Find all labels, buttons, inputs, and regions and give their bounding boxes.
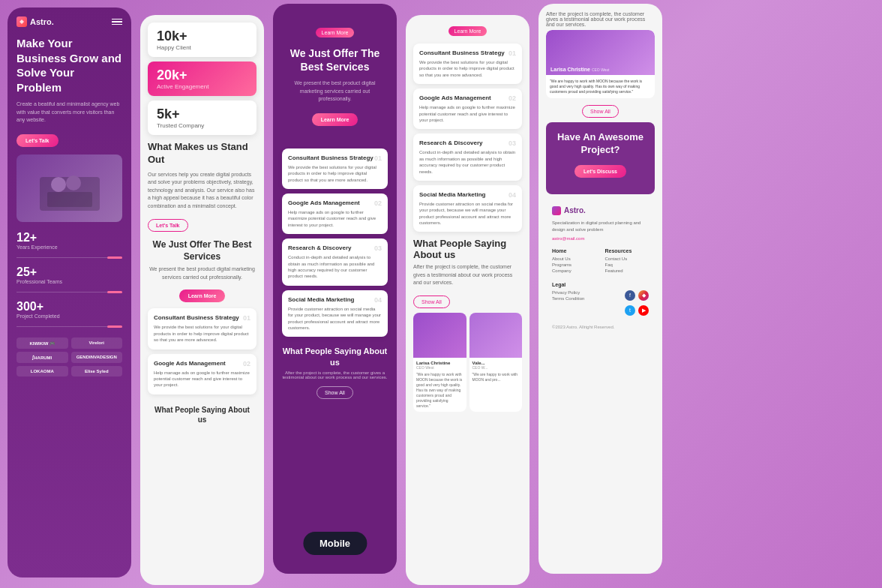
services-hero-title: We Just Offer The Best Services [288, 46, 382, 74]
instagram-icon[interactable]: ◆ [638, 290, 649, 301]
service-p4-desc-2: Help manage ads on google to further max… [419, 104, 516, 123]
brands-grid: KIWIKIW 🎮 Virelori ʃHARUMI GENDINVADESIG… [16, 338, 122, 376]
services-hero-desc: We present the best product digital mark… [288, 80, 382, 104]
footer-company[interactable]: Company [552, 268, 596, 273]
phone-3: Learn More We Just Offer The Best Servic… [273, 4, 397, 574]
service-card-p4-1: 01 Consultant Business Strategy We provi… [413, 44, 522, 84]
testimonial-img-2 [470, 313, 523, 358]
teams-number: 25+ [16, 266, 122, 279]
testimonial-quote-p5: "We are happy to work with MOON because … [546, 75, 655, 98]
lets-discuss-btn[interactable]: Let's Discuss [574, 165, 626, 178]
projects-label: Project Completed [16, 314, 122, 319]
facebook-icon[interactable]: f [625, 290, 635, 301]
service-card-p3-3: 03 Research & Discovery Conduct in-depth… [282, 238, 388, 286]
service-p4-title-2: Google Ads Management [419, 94, 516, 101]
logo: Astro. [16, 16, 54, 27]
footer-terms[interactable]: Terms Condition [552, 296, 584, 301]
footer-faq[interactable]: Faq [605, 262, 650, 267]
service-card-p3-1: 01 Consultant Business Strategy We provi… [282, 148, 388, 189]
active-number: 20k+ [157, 68, 248, 83]
service-p4-title-4: Social Media Marketing [419, 191, 516, 198]
svg-point-3 [66, 176, 81, 190]
svg-marker-0 [20, 20, 24, 24]
service-p3-title-4: Social Media Marketing [288, 296, 382, 303]
service-card-1: 01 Consultant Business Strategy We provi… [148, 308, 256, 349]
service-card-p3-4: 04 Social Media Marketing Provide custom… [282, 290, 388, 338]
testimonial-info-1: Larisa Christine CEO West "We are happy … [413, 358, 466, 412]
show-all-btn-p5[interactable]: Show All [582, 105, 619, 118]
phone-5: After the project is complete, the custo… [538, 4, 662, 574]
what-makes-desc: Our services help you create digital pro… [148, 171, 256, 211]
show-all-btn-p4[interactable]: Show All [413, 296, 450, 308]
lets-talk-button[interactable]: Let's Talk [148, 219, 188, 232]
divider-3 [16, 326, 122, 327]
copyright: ©2023 Astro. Allright Reserved. [552, 325, 649, 329]
testimonial-title: What People Saying About us [413, 238, 522, 260]
footer-logo-text: Astro. [564, 206, 586, 214]
service-p3-title-1: Consultant Business Strategy [288, 154, 382, 161]
phone-1: Astro. Make Your Business Grow and Solve… [8, 8, 131, 578]
brand-elise: Elise Syled [71, 366, 123, 376]
stats-section: 12+ Years Experience 25+ Professional Te… [16, 231, 122, 330]
happy-client-card: 10k+ Happy Client [148, 22, 256, 57]
footer-privacy[interactable]: Privacy Policy [552, 290, 584, 295]
service-card-p3-2: 02 Google Ads Management Help manage ads… [282, 194, 388, 234]
brand-gendina: GENDINVADESIGN [71, 352, 123, 363]
twitter-icon[interactable]: t [625, 305, 635, 316]
hero-description: Create a beatiful and minimalist agency … [16, 100, 122, 124]
footer-resources-title: Resources [605, 248, 650, 254]
footer-about[interactable]: About Us [552, 256, 596, 261]
learn-more-hero-btn[interactable]: Learn More [312, 113, 358, 126]
testimonial-role-1: CEO West [416, 365, 464, 370]
footer-email: astro@mail.com [552, 236, 649, 241]
projects-number: 300+ [16, 300, 122, 314]
footer-contact[interactable]: Contact Us [605, 256, 650, 261]
footer-programs[interactable]: Programs [552, 262, 596, 267]
project-box: Have An Awesome Project? Let's Discuss [546, 122, 655, 194]
service-p3-desc-1: We provide the best solutions for your d… [288, 164, 382, 183]
brand-lokaoma: LOKAOMA [16, 366, 68, 376]
trusted-company-card: 5k+ Trusted Company [148, 100, 256, 135]
testimonial-img-1 [413, 313, 466, 358]
logo-icon [16, 16, 27, 27]
hero-image-inner [16, 154, 122, 222]
service-number-2: 02 [243, 360, 250, 368]
brand-virelori: Virelori [71, 338, 123, 349]
service-p4-desc-1: We provide the best solutions for your d… [419, 59, 516, 78]
service-card-2: 02 Google Ads Management Help manage ads… [148, 354, 256, 394]
what-people-title-2: What People Saying About us [154, 405, 250, 424]
service-title-2: Google Ads Management [154, 360, 250, 367]
hero-image [16, 154, 122, 222]
footer-logo: Astro. [552, 206, 649, 215]
what-people-p3: What People Saying About us [282, 346, 388, 368]
youtube-icon[interactable]: ▶ [638, 305, 649, 316]
menu-button[interactable] [112, 19, 122, 26]
learn-more-badge-p4: Learn More [448, 26, 488, 36]
footer-legal: Legal Privacy Policy Terms Condition f ◆ [552, 282, 649, 320]
years-label: Years Experience [16, 244, 122, 250]
teams-label: Professional Teams [16, 279, 122, 284]
learn-more-btn-2[interactable]: Learn More [179, 290, 226, 302]
phone1-header: Astro. [16, 16, 122, 27]
service-p4-desc-3: Conduct in-depth and detailed analysis t… [419, 149, 516, 175]
show-all-btn-p3[interactable]: Show All [316, 386, 353, 399]
hero-title: Make Your Business Grow and Solve Your P… [16, 36, 122, 94]
services-title-2: We Just Offer The Best Services [148, 239, 256, 262]
brand-kiwikiw: KIWIKIW 🎮 [16, 338, 68, 349]
footer-col-resources: Resources Contact Us Faq Featured [605, 248, 650, 274]
testimonial-partial-p5: Larisa Christine CEO West "We are happy … [546, 30, 655, 98]
testimonial-role-2: CEO W... [472, 365, 520, 370]
footer-section: Astro. Specialization in digital product… [546, 200, 655, 335]
service-p3-title-2: Google Ads Management [288, 200, 382, 206]
svg-rect-4 [47, 192, 92, 207]
social-icons-2: t ▶ [625, 305, 649, 316]
hero-cta-button[interactable]: Let's Talk [16, 134, 58, 147]
service-card-p4-4: 04 Social Media Marketing Provide custom… [413, 185, 522, 232]
happy-client-label: Happy Client [157, 44, 248, 51]
testimonial-p5-desc: After the project is complete, the custo… [546, 11, 655, 27]
service-desc-1: We provide the best solutions for your d… [154, 324, 250, 343]
service-p4-desc-4: Provide customer attraction on social me… [419, 201, 516, 226]
testimonial-text-1: "We are happy to work with MOON because … [416, 372, 464, 409]
brand-harumi: ʃHARUMI [16, 352, 68, 363]
footer-featured[interactable]: Featured [605, 268, 650, 273]
